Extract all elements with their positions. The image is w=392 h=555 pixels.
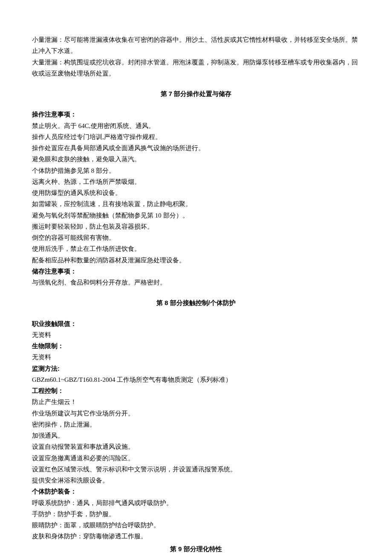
storage-notes-label: 储存注意事项： <box>32 266 360 277</box>
occupational-limit-text: 无资料 <box>32 329 360 340</box>
engineering-control-5: 设置自动报警装置和事故通风设施。 <box>32 441 360 452</box>
operation-note-9: 避免与氧化剂等禁配物接触（禁配物参见第 10 部分）。 <box>32 210 360 221</box>
operation-note-2: 操作人员应经过专门培训,严格遵守操作规程。 <box>32 131 360 142</box>
intro-paragraph-1: 小量泄漏：尽可能将泄漏液体收集在可密闭的容器中。用沙土、活性炭或其它惰性材料吸收… <box>32 34 360 57</box>
occupational-limit-label: 职业接触限值： <box>32 318 360 329</box>
monitoring-method-label: 监测方法: <box>32 363 360 374</box>
engineering-control-4: 加强通风。 <box>32 430 360 441</box>
ppe-4: 皮肤和身体防护：穿防毒物渗透工作服。 <box>32 531 360 542</box>
operation-note-8: 如需罐装，应控制流速，且有接地装置，防止静电积聚。 <box>32 198 360 209</box>
engineering-control-8: 提供安全淋浴和洗眼设备。 <box>32 475 360 486</box>
operation-note-4: 避免眼和皮肤的接触，避免吸入蒸汽。 <box>32 154 360 165</box>
ppe-1: 呼吸系统防护：通风，局部排气通风或呼吸防护。 <box>32 497 360 509</box>
section-8-title: 第 8 部分接触控制/个体防护 <box>32 297 360 308</box>
operation-note-12: 使用后洗手，禁止在工作场所进饮食。 <box>32 243 360 254</box>
engineering-control-2: 作业场所建议与其它作业场所分开。 <box>32 408 360 419</box>
engineering-control-label: 工程控制： <box>32 385 360 396</box>
ppe-3: 眼睛防护：面罩，或眼睛防护结合呼吸防护。 <box>32 520 360 531</box>
engineering-control-1: 防止产生烟云！ <box>32 396 360 407</box>
engineering-control-7: 设置红色区域警示线、警示标识和中文警示说明，并设置通讯报警系统。 <box>32 464 360 475</box>
operation-notes-label: 操作注意事项： <box>32 109 360 120</box>
operation-note-6: 远离火种、热源，工作场所严禁吸烟。 <box>32 176 360 187</box>
engineering-control-6: 设置应急撤离通道和必要的泻险区。 <box>32 453 360 464</box>
storage-note-text: 与强氧化剂、食品和饲料分开存放。严格密封。 <box>32 277 360 288</box>
operation-note-10: 搬运时要轻装轻卸，防止包装及容器损坏。 <box>32 221 360 232</box>
section-7-title: 第 7 部分操作处置与储存 <box>32 88 360 99</box>
operation-note-1: 禁止明火。高于 64C,使用密闭系统、通风。 <box>32 120 360 131</box>
section-9-title: 第 9 部分理化特性 <box>32 543 360 555</box>
operation-note-5: 个体防护措施参见第 8 部分。 <box>32 165 360 176</box>
operation-note-3: 操作处置应在具备局部通风或全面通风换气设施的场所进行。 <box>32 142 360 154</box>
monitoring-method-text: GBZm60.1~GBZ/T160.81-2004 工作场所空气有毒物质测定（系… <box>32 374 360 385</box>
engineering-control-3: 密闭操作，防止泄漏。 <box>32 419 360 430</box>
operation-note-13: 配备相应品种和数量的消防器材及泄漏应急处理设备。 <box>32 255 360 266</box>
operation-note-7: 使用防爆型的通风系统和设备。 <box>32 187 360 198</box>
biological-limit-text: 无资料 <box>32 352 360 363</box>
operation-note-11: 倒空的容器可能残留有害物。 <box>32 232 360 243</box>
ppe-label: 个体防护装备： <box>32 486 360 497</box>
ppe-2: 手防护：防护手套，防护服。 <box>32 509 360 520</box>
biological-limit-label: 生物限制： <box>32 340 360 352</box>
intro-paragraph-2: 大量泄漏：构筑围堤或挖坑收容。封闭排水管道。用泡沫覆盖，抑制蒸发。用防爆泵转移至… <box>32 57 360 79</box>
